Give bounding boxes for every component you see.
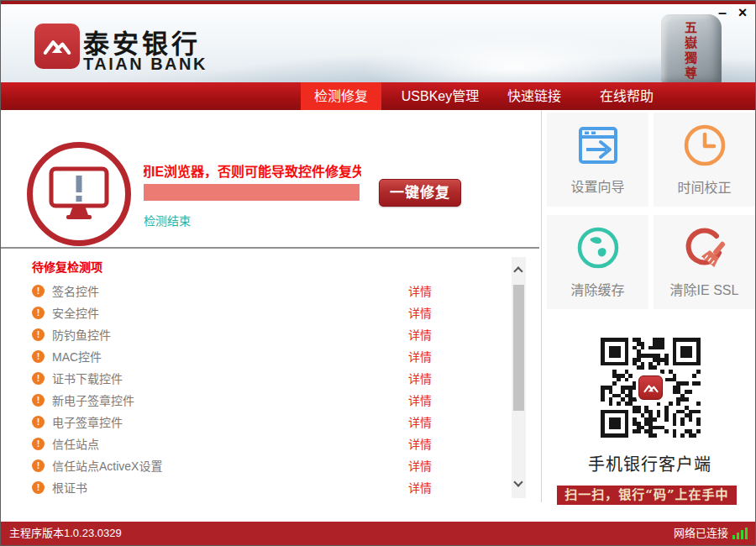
warning-icon: ! [32, 481, 45, 494]
clock-icon [682, 123, 727, 168]
detail-link[interactable]: 详情 [408, 304, 432, 321]
tab-usbkey-manage[interactable]: USBKey管理 [389, 82, 491, 110]
detail-link[interactable]: 详情 [408, 348, 432, 365]
list-item: ! 电子签章控件 详情 [1, 411, 510, 433]
wizard-icon [576, 123, 620, 167]
tool-label: 清除IE SSL [670, 279, 739, 299]
detect-item-label: 安全控件 [52, 304, 99, 321]
detect-item-label: 根证书 [52, 479, 87, 496]
network-status-text: 网络已连接 [674, 522, 728, 545]
detail-link[interactable]: 详情 [408, 326, 432, 343]
detail-link[interactable]: 详情 [408, 282, 432, 299]
bank-logo-small [638, 375, 663, 400]
qr-code [595, 332, 706, 444]
app-window: 五嶽獨尊 泰安银行 TAIAN BANK – × 检测修复 USBKey管理 快… [0, 0, 756, 546]
nav-bar: 检测修复 USBKey管理 快速链接 在线帮助 [1, 82, 755, 110]
detail-link[interactable]: 详情 [408, 370, 432, 386]
scroll-down-arrow[interactable] [512, 477, 526, 491]
mountain-logo-icon [41, 30, 73, 62]
header-photo: 五嶽獨尊 泰安银行 TAIAN BANK [1, 4, 755, 82]
repair-progress-fill [144, 184, 360, 201]
detect-list-rows: ! 签名控件 详情 ! 安全控件 详情 ! 防钓鱼控件 详情 ! MAC控件 详… [1, 280, 510, 498]
chevron-down-icon [513, 477, 522, 486]
detail-link[interactable]: 详情 [408, 435, 432, 452]
warning-icon: ! [32, 307, 45, 319]
alert-monitor-icon [27, 142, 131, 246]
list-item: ! 新电子签章控件 详情 [1, 389, 510, 411]
detect-item-label: 新电子签章控件 [52, 391, 134, 408]
list-item: ! MAC控件 详情 [1, 345, 510, 367]
list-item: ! 信任站点 详情 [1, 433, 510, 454]
qr-caption: 手机银行客户端 [543, 451, 756, 475]
warning-icon: ! [32, 372, 45, 385]
detect-item-label: 证书下载控件 [52, 370, 123, 386]
qr-center-logo [636, 373, 665, 402]
list-item: ! 签名控件 详情 [1, 280, 510, 302]
detail-link[interactable]: 详情 [408, 391, 432, 408]
repair-progress-bar [144, 184, 360, 201]
detect-item-label: MAC控件 [52, 348, 102, 365]
scan-status-text: 检测结束 [144, 212, 191, 228]
detail-link[interactable]: 详情 [408, 457, 432, 474]
chevron-up-icon [513, 266, 522, 276]
detect-item-label: 防钓鱼控件 [52, 326, 111, 343]
list-item: ! 根证书 详情 [1, 476, 510, 498]
warning-icon: ! [32, 285, 45, 297]
warning-icon: ! [32, 416, 45, 428]
list-scrollbar[interactable] [512, 257, 526, 498]
tab-online-help[interactable]: 在线帮助 [590, 82, 664, 110]
warning-marquee: 闭IE浏览器，否则可能导致控件修复失败 [144, 160, 361, 178]
detect-list: 待修复检测项 ! 签名控件 详情 ! 安全控件 详情 ! 防钓鱼控件 详情 ! … [1, 249, 510, 498]
list-item: ! 防钓鱼控件 详情 [1, 323, 510, 345]
tab-detect-repair[interactable]: 检测修复 [301, 82, 381, 110]
status-bar: 主程序版本1.0.23.0329 网络已连接 [1, 522, 755, 545]
tool-label: 设置向导 [570, 176, 624, 196]
warning-icon: ! [32, 328, 45, 341]
list-item: ! 证书下载控件 详情 [1, 367, 510, 389]
qr-banner: 扫一扫，银行“码”上在手中 [557, 486, 737, 505]
tool-clear-cache[interactable]: 清除缓存 [547, 215, 648, 309]
tool-label: 清除缓存 [570, 279, 624, 299]
monitor-warning-icon [46, 165, 112, 223]
detail-link[interactable]: 详情 [408, 479, 432, 496]
detail-link[interactable]: 详情 [408, 413, 432, 430]
tab-quick-links[interactable]: 快速链接 [497, 82, 571, 110]
tool-clear-ie-ssl[interactable]: 清除IE SSL [654, 215, 755, 309]
warning-icon: ! [32, 459, 45, 472]
bank-logo [34, 24, 80, 69]
vertical-divider [541, 110, 542, 502]
signal-bars-icon [732, 527, 748, 539]
scrollbar-thumb[interactable] [513, 285, 524, 411]
one-click-repair-button[interactable]: 一键修复 [379, 179, 461, 207]
mount-tai-stone: 五嶽獨尊 [661, 14, 722, 82]
scroll-up-arrow[interactable] [512, 264, 526, 278]
mountain-logo-icon [643, 380, 659, 396]
warning-icon: ! [32, 394, 45, 407]
warning-icon: ! [32, 438, 45, 450]
list-item: ! 安全控件 详情 [1, 302, 510, 323]
tool-label: 时间校正 [677, 176, 731, 197]
clean-icon [681, 225, 728, 270]
minimize-button[interactable]: – [713, 3, 732, 23]
bank-name-en: TAIAN BANK [83, 55, 207, 74]
close-button[interactable]: × [733, 3, 752, 23]
detect-item-label: 签名控件 [52, 282, 99, 299]
globe-icon [575, 225, 621, 270]
detect-item-label: 电子签章控件 [52, 413, 123, 430]
list-item: ! 信任站点ActiveX设置 详情 [1, 454, 510, 476]
stone-inscription: 五嶽獨尊 [681, 21, 699, 81]
warning-icon: ! [32, 350, 45, 363]
version-text: 主程序版本1.0.23.0329 [9, 522, 122, 545]
tool-time-correction[interactable]: 时间校正 [654, 113, 755, 207]
detect-item-label: 信任站点 [52, 435, 99, 452]
tool-setup-wizard[interactable]: 设置向导 [547, 113, 648, 207]
detect-list-title: 待修复检测项 [32, 258, 510, 275]
detect-item-label: 信任站点ActiveX设置 [52, 457, 162, 474]
